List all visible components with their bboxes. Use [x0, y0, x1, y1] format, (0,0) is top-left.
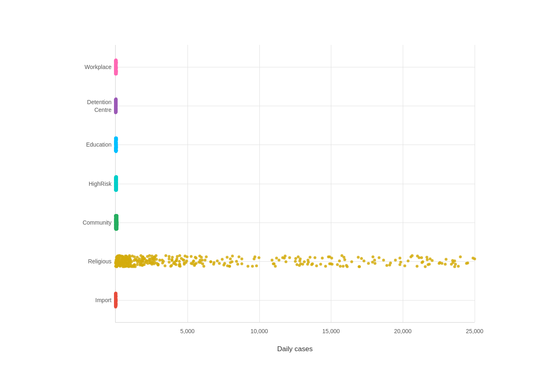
- data-point: [115, 214, 118, 217]
- data-point: [141, 264, 144, 267]
- data-point: [205, 256, 208, 258]
- x-tick-label: 25,000: [466, 328, 484, 334]
- data-point: [453, 265, 456, 268]
- data-point: [340, 254, 343, 257]
- data-point: [394, 258, 397, 261]
- data-point: [121, 255, 124, 258]
- y-tick-label: Community: [83, 218, 112, 226]
- data-point: [153, 256, 156, 258]
- data-point: [146, 262, 149, 265]
- data-point: [314, 256, 317, 259]
- data-point: [235, 260, 238, 263]
- data-point: [114, 299, 117, 302]
- data-point: [319, 263, 322, 265]
- data-point: [459, 256, 462, 258]
- chart-container: 5,00010,00015,00020,00025,000WorkplaceDe…: [50, 20, 499, 372]
- data-point: [194, 256, 196, 259]
- data-point: [274, 265, 277, 268]
- data-point: [457, 265, 460, 267]
- data-point: [403, 265, 406, 267]
- data-point: [424, 265, 427, 268]
- data-point: [281, 256, 284, 259]
- data-point: [465, 262, 468, 265]
- data-point: [301, 263, 304, 266]
- data-point: [324, 265, 327, 268]
- data-point: [162, 260, 165, 263]
- data-point: [132, 265, 135, 268]
- data-point: [240, 262, 243, 265]
- data-point: [194, 262, 197, 265]
- data-point: [358, 265, 361, 268]
- grid-line-y: [116, 184, 475, 184]
- data-point: [298, 264, 301, 267]
- x-tick-label: 10,000: [250, 328, 268, 334]
- data-point: [342, 265, 345, 268]
- y-tick-label: Religious: [88, 258, 112, 265]
- data-point: [398, 263, 401, 266]
- data-point: [114, 62, 117, 65]
- data-point: [437, 262, 440, 265]
- data-point: [315, 264, 318, 267]
- data-point: [116, 227, 118, 230]
- data-point: [362, 259, 365, 262]
- data-point: [295, 257, 297, 260]
- data-point: [141, 256, 144, 258]
- data-point: [114, 218, 117, 221]
- data-point: [228, 265, 231, 267]
- data-point: [451, 259, 454, 262]
- data-point: [416, 265, 419, 268]
- data-point: [367, 262, 370, 265]
- data-point: [377, 256, 380, 259]
- chart-area: 5,00010,00015,00020,00025,000WorkplaceDe…: [115, 45, 475, 323]
- data-point: [114, 71, 117, 74]
- grid-line-y: [116, 106, 475, 106]
- data-point: [231, 255, 234, 258]
- data-point: [425, 256, 428, 259]
- data-point: [171, 256, 174, 258]
- data-point: [398, 256, 401, 259]
- data-point: [421, 261, 424, 263]
- data-point: [321, 257, 324, 260]
- x-axis-title-below: Daily cases: [115, 345, 475, 353]
- data-point: [373, 258, 376, 261]
- data-point: [426, 258, 429, 261]
- data-point: [357, 256, 360, 258]
- data-point: [157, 263, 160, 266]
- data-point: [115, 145, 118, 147]
- grid-line-x: [475, 45, 475, 322]
- data-point: [299, 258, 301, 261]
- data-point: [306, 259, 309, 262]
- data-point: [240, 258, 243, 261]
- y-tick-label: Workplace: [85, 63, 112, 71]
- data-point: [343, 258, 346, 261]
- data-point: [251, 265, 254, 267]
- data-point: [450, 263, 453, 265]
- grid-line-y: [116, 300, 475, 301]
- data-point: [426, 263, 429, 266]
- data-point: [373, 262, 376, 265]
- data-point: [158, 258, 161, 261]
- grid-line-y: [116, 145, 475, 145]
- data-point: [255, 265, 258, 267]
- data-point: [310, 263, 313, 266]
- data-point: [203, 265, 205, 267]
- data-point: [114, 67, 117, 70]
- data-point: [331, 263, 334, 265]
- y-tick-label: Education: [86, 141, 112, 148]
- data-point: [115, 222, 118, 225]
- data-point: [129, 263, 132, 265]
- data-point: [237, 256, 240, 258]
- data-point: [175, 259, 178, 262]
- data-point: [212, 263, 215, 266]
- data-point: [114, 107, 117, 109]
- y-tick-label: Detention Centre: [87, 98, 112, 113]
- data-point: [210, 260, 212, 263]
- data-point: [221, 258, 223, 261]
- data-point: [191, 263, 194, 265]
- data-point: [114, 293, 117, 296]
- data-point: [330, 257, 333, 260]
- data-point: [338, 259, 341, 262]
- data-point: [218, 262, 221, 265]
- data-point: [114, 110, 117, 113]
- data-point: [114, 65, 117, 67]
